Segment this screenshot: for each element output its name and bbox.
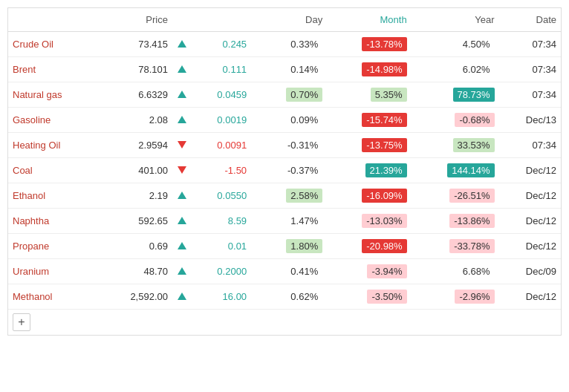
commodity-day: -0.31% bbox=[251, 133, 327, 158]
commodity-price: 6.6329 bbox=[100, 82, 172, 108]
commodity-price: 48.70 bbox=[100, 259, 172, 284]
col-header-change bbox=[191, 8, 251, 32]
col-header-day: Day bbox=[251, 8, 327, 32]
add-row: + bbox=[8, 310, 561, 336]
arrow-up-icon bbox=[172, 32, 191, 57]
commodity-year: -26.51% bbox=[412, 183, 499, 209]
table-row[interactable]: Propane0.690.011.80%-20.98%-33.78%Dec/12 bbox=[8, 234, 561, 259]
commodity-price: 2,592.00 bbox=[100, 284, 172, 310]
commodity-date: Dec/09 bbox=[499, 259, 561, 284]
commodity-day: 1.80% bbox=[251, 234, 327, 259]
commodity-name: Ethanol bbox=[8, 183, 100, 209]
commodity-month: -3.94% bbox=[327, 259, 411, 284]
table-row[interactable]: Methanol2,592.0016.000.62%-3.50%-2.96%De… bbox=[8, 284, 561, 310]
commodity-date: Dec/12 bbox=[499, 158, 561, 183]
commodity-change: 0.245 bbox=[191, 32, 251, 57]
commodity-name: Crude Oil bbox=[8, 32, 100, 57]
commodity-day: 0.62% bbox=[251, 284, 327, 310]
arrow-up-icon bbox=[172, 259, 191, 284]
commodity-price: 73.415 bbox=[100, 32, 172, 57]
commodity-name: Methanol bbox=[8, 284, 100, 310]
commodity-date: Dec/12 bbox=[499, 284, 561, 310]
commodity-change: 0.0091 bbox=[191, 133, 251, 158]
commodity-year: 144.14% bbox=[412, 158, 499, 183]
commodity-month: -3.50% bbox=[327, 284, 411, 310]
commodity-name: Coal bbox=[8, 158, 100, 183]
commodity-change: 0.0019 bbox=[191, 108, 251, 133]
commodity-day: 2.58% bbox=[251, 183, 327, 209]
table-row[interactable]: Naphtha592.658.591.47%-13.03%-13.86%Dec/… bbox=[8, 209, 561, 234]
commodity-name: Propane bbox=[8, 234, 100, 259]
col-header-date: Date bbox=[499, 8, 561, 32]
commodity-change: -1.50 bbox=[191, 158, 251, 183]
commodity-price: 0.69 bbox=[100, 234, 172, 259]
commodity-change: 0.0459 bbox=[191, 82, 251, 108]
commodity-date: 07:34 bbox=[499, 82, 561, 108]
arrow-up-icon bbox=[172, 57, 191, 82]
commodity-day: 0.33% bbox=[251, 32, 327, 57]
commodity-year: -13.86% bbox=[412, 209, 499, 234]
commodity-month: -14.98% bbox=[327, 57, 411, 82]
commodity-year: 78.73% bbox=[412, 82, 499, 108]
commodity-date: Dec/13 bbox=[499, 108, 561, 133]
commodity-date: Dec/12 bbox=[499, 183, 561, 209]
commodity-year: 6.68% bbox=[412, 259, 499, 284]
add-button[interactable]: + bbox=[13, 313, 30, 331]
arrow-up-icon bbox=[172, 108, 191, 133]
commodity-change: 8.59 bbox=[191, 209, 251, 234]
col-header-name bbox=[8, 8, 100, 32]
table-row[interactable]: Ethanol2.190.05502.58%-16.09%-26.51%Dec/… bbox=[8, 183, 561, 209]
commodity-name: Heating Oil bbox=[8, 133, 100, 158]
commodity-price: 2.19 bbox=[100, 183, 172, 209]
arrow-down-icon bbox=[172, 158, 191, 183]
commodity-day: 0.09% bbox=[251, 108, 327, 133]
arrow-up-icon bbox=[172, 209, 191, 234]
commodity-day: 1.47% bbox=[251, 209, 327, 234]
table-row[interactable]: Crude Oil73.4150.2450.33%-13.78%4.50%07:… bbox=[8, 32, 561, 57]
commodity-day: 0.41% bbox=[251, 259, 327, 284]
table-row[interactable]: Heating Oil2.95940.0091-0.31%-13.75%33.5… bbox=[8, 133, 561, 158]
commodity-date: 07:34 bbox=[499, 57, 561, 82]
commodity-change: 0.01 bbox=[191, 234, 251, 259]
commodity-month: 5.35% bbox=[327, 82, 411, 108]
col-header-price: Price bbox=[100, 8, 172, 32]
arrow-down-icon bbox=[172, 133, 191, 158]
table-header: Price Day Month Year Date bbox=[8, 8, 561, 32]
commodity-price: 78.101 bbox=[100, 57, 172, 82]
commodity-price: 2.08 bbox=[100, 108, 172, 133]
commodity-price: 401.00 bbox=[100, 158, 172, 183]
arrow-up-icon bbox=[172, 82, 191, 108]
table-row[interactable]: Gasoline2.080.00190.09%-15.74%-0.68%Dec/… bbox=[8, 108, 561, 133]
col-header-year: Year bbox=[412, 8, 499, 32]
table-row[interactable]: Brent78.1010.1110.14%-14.98%6.02%07:34 bbox=[8, 57, 561, 82]
commodity-name: Natural gas bbox=[8, 82, 100, 108]
commodity-year: 33.53% bbox=[412, 133, 499, 158]
commodity-change: 0.2000 bbox=[191, 259, 251, 284]
commodity-date: Dec/12 bbox=[499, 234, 561, 259]
commodity-name: Naphtha bbox=[8, 209, 100, 234]
commodity-month: -13.78% bbox=[327, 32, 411, 57]
table-row[interactable]: Uranium48.700.20000.41%-3.94%6.68%Dec/09 bbox=[8, 259, 561, 284]
commodity-month: -13.03% bbox=[327, 209, 411, 234]
commodity-price: 2.9594 bbox=[100, 133, 172, 158]
commodity-date: 07:34 bbox=[499, 32, 561, 57]
table-row[interactable]: Natural gas6.63290.04590.70%5.35%78.73%0… bbox=[8, 82, 561, 108]
col-header-arrow bbox=[172, 8, 191, 32]
commodity-date: Dec/12 bbox=[499, 209, 561, 234]
commodity-day: 0.70% bbox=[251, 82, 327, 108]
commodity-day: -0.37% bbox=[251, 158, 327, 183]
commodity-year: -33.78% bbox=[412, 234, 499, 259]
col-header-month: Month bbox=[327, 8, 411, 32]
commodity-month: -15.74% bbox=[327, 108, 411, 133]
arrow-up-icon bbox=[172, 234, 191, 259]
table-row[interactable]: Coal401.00-1.50-0.37%21.39%144.14%Dec/12 bbox=[8, 158, 561, 183]
commodity-change: 0.0550 bbox=[191, 183, 251, 209]
commodity-price: 592.65 bbox=[100, 209, 172, 234]
commodity-day: 0.14% bbox=[251, 57, 327, 82]
commodity-change: 0.111 bbox=[191, 57, 251, 82]
arrow-up-icon bbox=[172, 284, 191, 310]
commodity-name: Uranium bbox=[8, 259, 100, 284]
commodity-year: -0.68% bbox=[412, 108, 499, 133]
commodities-table: Price Day Month Year Date Crude Oil73.41… bbox=[7, 7, 562, 336]
commodity-change: 16.00 bbox=[191, 284, 251, 310]
